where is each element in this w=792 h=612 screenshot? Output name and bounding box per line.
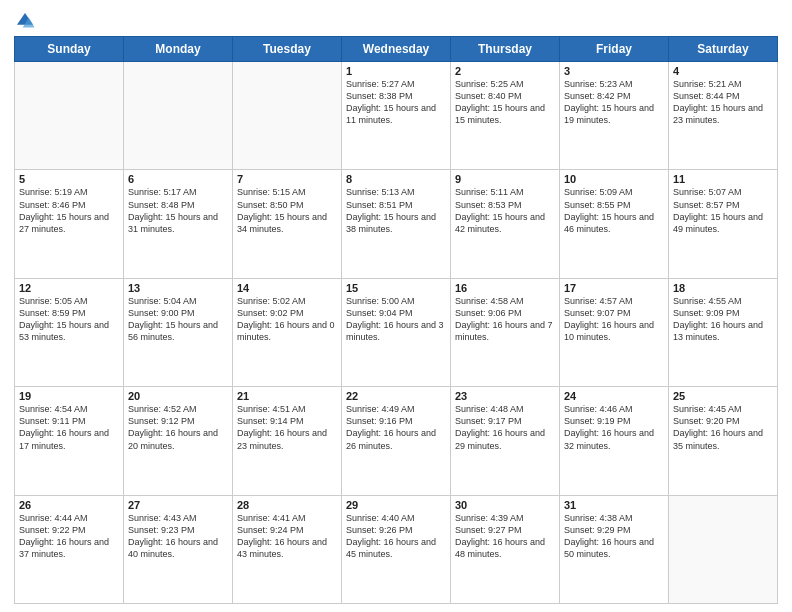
calendar-cell: 5Sunrise: 5:19 AM Sunset: 8:46 PM Daylig… [15,170,124,278]
calendar-week-1: 1Sunrise: 5:27 AM Sunset: 8:38 PM Daylig… [15,62,778,170]
calendar-cell: 2Sunrise: 5:25 AM Sunset: 8:40 PM Daylig… [451,62,560,170]
col-wednesday: Wednesday [342,37,451,62]
day-info: Sunrise: 4:46 AM Sunset: 9:19 PM Dayligh… [564,403,664,452]
calendar-cell: 26Sunrise: 4:44 AM Sunset: 9:22 PM Dayli… [15,495,124,603]
day-number: 22 [346,390,446,402]
calendar-cell: 12Sunrise: 5:05 AM Sunset: 8:59 PM Dayli… [15,278,124,386]
calendar-cell: 31Sunrise: 4:38 AM Sunset: 9:29 PM Dayli… [560,495,669,603]
day-number: 25 [673,390,773,402]
calendar-week-3: 12Sunrise: 5:05 AM Sunset: 8:59 PM Dayli… [15,278,778,386]
day-number: 13 [128,282,228,294]
day-info: Sunrise: 5:17 AM Sunset: 8:48 PM Dayligh… [128,186,228,235]
day-info: Sunrise: 5:13 AM Sunset: 8:51 PM Dayligh… [346,186,446,235]
day-number: 19 [19,390,119,402]
day-number: 1 [346,65,446,77]
calendar-cell: 11Sunrise: 5:07 AM Sunset: 8:57 PM Dayli… [669,170,778,278]
day-number: 26 [19,499,119,511]
calendar-cell: 21Sunrise: 4:51 AM Sunset: 9:14 PM Dayli… [233,387,342,495]
day-number: 29 [346,499,446,511]
calendar-header-row: Sunday Monday Tuesday Wednesday Thursday… [15,37,778,62]
calendar-cell: 14Sunrise: 5:02 AM Sunset: 9:02 PM Dayli… [233,278,342,386]
calendar-cell: 28Sunrise: 4:41 AM Sunset: 9:24 PM Dayli… [233,495,342,603]
day-number: 21 [237,390,337,402]
header [14,10,778,32]
day-info: Sunrise: 4:58 AM Sunset: 9:06 PM Dayligh… [455,295,555,344]
day-info: Sunrise: 4:43 AM Sunset: 9:23 PM Dayligh… [128,512,228,561]
calendar-week-5: 26Sunrise: 4:44 AM Sunset: 9:22 PM Dayli… [15,495,778,603]
day-info: Sunrise: 5:07 AM Sunset: 8:57 PM Dayligh… [673,186,773,235]
col-tuesday: Tuesday [233,37,342,62]
calendar-cell: 20Sunrise: 4:52 AM Sunset: 9:12 PM Dayli… [124,387,233,495]
day-info: Sunrise: 4:45 AM Sunset: 9:20 PM Dayligh… [673,403,773,452]
day-info: Sunrise: 5:21 AM Sunset: 8:44 PM Dayligh… [673,78,773,127]
day-info: Sunrise: 4:52 AM Sunset: 9:12 PM Dayligh… [128,403,228,452]
calendar-cell: 19Sunrise: 4:54 AM Sunset: 9:11 PM Dayli… [15,387,124,495]
day-info: Sunrise: 4:41 AM Sunset: 9:24 PM Dayligh… [237,512,337,561]
day-number: 6 [128,173,228,185]
calendar-cell [669,495,778,603]
col-thursday: Thursday [451,37,560,62]
calendar-table: Sunday Monday Tuesday Wednesday Thursday… [14,36,778,604]
day-info: Sunrise: 5:09 AM Sunset: 8:55 PM Dayligh… [564,186,664,235]
col-saturday: Saturday [669,37,778,62]
logo [14,10,38,32]
day-info: Sunrise: 4:54 AM Sunset: 9:11 PM Dayligh… [19,403,119,452]
calendar-cell: 17Sunrise: 4:57 AM Sunset: 9:07 PM Dayli… [560,278,669,386]
day-number: 31 [564,499,664,511]
day-info: Sunrise: 5:11 AM Sunset: 8:53 PM Dayligh… [455,186,555,235]
day-info: Sunrise: 4:55 AM Sunset: 9:09 PM Dayligh… [673,295,773,344]
calendar-cell: 22Sunrise: 4:49 AM Sunset: 9:16 PM Dayli… [342,387,451,495]
day-info: Sunrise: 5:00 AM Sunset: 9:04 PM Dayligh… [346,295,446,344]
calendar-cell: 8Sunrise: 5:13 AM Sunset: 8:51 PM Daylig… [342,170,451,278]
day-number: 11 [673,173,773,185]
col-sunday: Sunday [15,37,124,62]
day-number: 12 [19,282,119,294]
page: Sunday Monday Tuesday Wednesday Thursday… [0,0,792,612]
day-info: Sunrise: 5:02 AM Sunset: 9:02 PM Dayligh… [237,295,337,344]
col-monday: Monday [124,37,233,62]
calendar-cell: 16Sunrise: 4:58 AM Sunset: 9:06 PM Dayli… [451,278,560,386]
day-info: Sunrise: 4:57 AM Sunset: 9:07 PM Dayligh… [564,295,664,344]
day-number: 30 [455,499,555,511]
col-friday: Friday [560,37,669,62]
day-info: Sunrise: 4:51 AM Sunset: 9:14 PM Dayligh… [237,403,337,452]
day-number: 18 [673,282,773,294]
calendar-cell: 13Sunrise: 5:04 AM Sunset: 9:00 PM Dayli… [124,278,233,386]
calendar-cell: 10Sunrise: 5:09 AM Sunset: 8:55 PM Dayli… [560,170,669,278]
day-number: 7 [237,173,337,185]
day-info: Sunrise: 5:05 AM Sunset: 8:59 PM Dayligh… [19,295,119,344]
calendar-cell: 3Sunrise: 5:23 AM Sunset: 8:42 PM Daylig… [560,62,669,170]
day-number: 4 [673,65,773,77]
calendar-cell: 25Sunrise: 4:45 AM Sunset: 9:20 PM Dayli… [669,387,778,495]
calendar-cell [233,62,342,170]
calendar-cell: 29Sunrise: 4:40 AM Sunset: 9:26 PM Dayli… [342,495,451,603]
day-number: 15 [346,282,446,294]
calendar-cell: 1Sunrise: 5:27 AM Sunset: 8:38 PM Daylig… [342,62,451,170]
day-number: 14 [237,282,337,294]
calendar-cell [124,62,233,170]
day-info: Sunrise: 4:39 AM Sunset: 9:27 PM Dayligh… [455,512,555,561]
day-number: 17 [564,282,664,294]
day-number: 10 [564,173,664,185]
calendar-cell: 7Sunrise: 5:15 AM Sunset: 8:50 PM Daylig… [233,170,342,278]
day-info: Sunrise: 5:04 AM Sunset: 9:00 PM Dayligh… [128,295,228,344]
calendar-cell: 23Sunrise: 4:48 AM Sunset: 9:17 PM Dayli… [451,387,560,495]
day-info: Sunrise: 5:25 AM Sunset: 8:40 PM Dayligh… [455,78,555,127]
calendar-cell: 4Sunrise: 5:21 AM Sunset: 8:44 PM Daylig… [669,62,778,170]
day-info: Sunrise: 4:38 AM Sunset: 9:29 PM Dayligh… [564,512,664,561]
day-number: 20 [128,390,228,402]
calendar-cell: 30Sunrise: 4:39 AM Sunset: 9:27 PM Dayli… [451,495,560,603]
calendar-week-4: 19Sunrise: 4:54 AM Sunset: 9:11 PM Dayli… [15,387,778,495]
calendar-cell: 15Sunrise: 5:00 AM Sunset: 9:04 PM Dayli… [342,278,451,386]
day-number: 27 [128,499,228,511]
day-info: Sunrise: 4:48 AM Sunset: 9:17 PM Dayligh… [455,403,555,452]
day-info: Sunrise: 4:49 AM Sunset: 9:16 PM Dayligh… [346,403,446,452]
day-info: Sunrise: 4:40 AM Sunset: 9:26 PM Dayligh… [346,512,446,561]
day-info: Sunrise: 5:27 AM Sunset: 8:38 PM Dayligh… [346,78,446,127]
calendar-cell: 27Sunrise: 4:43 AM Sunset: 9:23 PM Dayli… [124,495,233,603]
calendar-week-2: 5Sunrise: 5:19 AM Sunset: 8:46 PM Daylig… [15,170,778,278]
calendar-cell [15,62,124,170]
day-number: 9 [455,173,555,185]
calendar-cell: 6Sunrise: 5:17 AM Sunset: 8:48 PM Daylig… [124,170,233,278]
day-info: Sunrise: 5:15 AM Sunset: 8:50 PM Dayligh… [237,186,337,235]
